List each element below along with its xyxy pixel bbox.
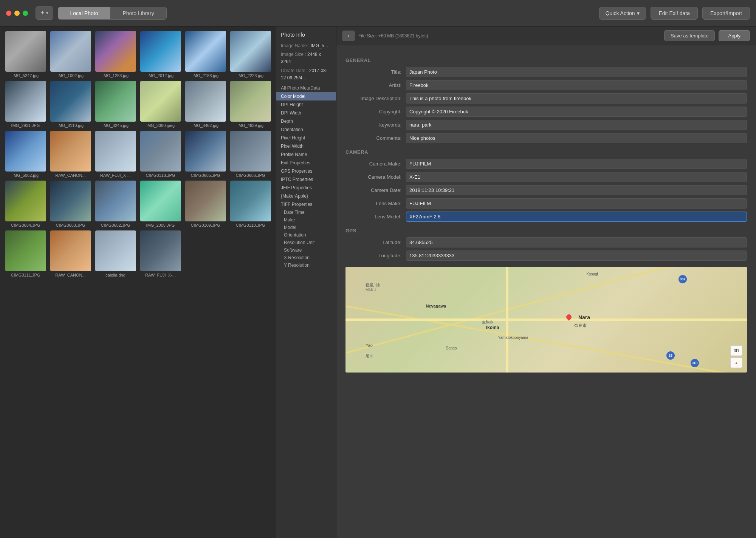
- minimize-button[interactable]: [14, 11, 20, 16]
- local-photo-tab[interactable]: Local Photo: [58, 7, 111, 19]
- photo-item-2[interactable]: IMG_1002.jpg: [50, 31, 91, 78]
- meta-item-dpi-height[interactable]: DPI Height: [276, 100, 336, 109]
- photo-item-6[interactable]: IMG_2223.jpg: [229, 31, 271, 78]
- meta-sub-item-date-time[interactable]: Date Time: [276, 209, 336, 216]
- meta-item-depth[interactable]: Depth: [276, 117, 336, 125]
- photo-thumb-15: [95, 131, 136, 172]
- meta-sub-item-model[interactable]: Model: [276, 224, 336, 231]
- meta-item-iptc-properties[interactable]: IPTC Properties: [276, 175, 336, 184]
- photo-thumb-22: [140, 181, 181, 221]
- photo-item-8[interactable]: IMG_3110.jpg: [50, 81, 91, 128]
- photo-item-13[interactable]: IMG_5062.jpg: [5, 131, 46, 178]
- photo-item-10[interactable]: IMG_3380.jpeg: [139, 81, 181, 128]
- comments-input[interactable]: [406, 133, 747, 143]
- photo-item-17[interactable]: CIMG0685.JPG: [184, 131, 226, 178]
- keywords-input[interactable]: [406, 120, 747, 130]
- photo-item-21[interactable]: CIMG0682.JPG: [94, 181, 136, 227]
- copyright-field-row: Copyright:: [345, 107, 747, 117]
- close-button[interactable]: [6, 11, 11, 16]
- photo-item-24[interactable]: CIMG0110.JPG: [229, 181, 271, 227]
- meta-sub-item-make[interactable]: Make: [276, 216, 336, 224]
- meta-item-dpi-width[interactable]: DPI Width: [276, 109, 336, 117]
- meta-item-color-model[interactable]: Color Model: [276, 92, 336, 100]
- photo-item-22[interactable]: IMG_2005.JPG: [139, 181, 181, 227]
- photo-item-12[interactable]: IMG_4639.jpg: [229, 81, 271, 128]
- photo-item-4[interactable]: IMG_2012.jpg: [139, 31, 181, 78]
- photo-item-18[interactable]: CIMG0686.JPG: [229, 131, 271, 178]
- meta-item-orientation[interactable]: Orientation: [276, 125, 336, 134]
- photo-item-1[interactable]: IMG_5247.jpg: [5, 31, 46, 78]
- photo-item-15[interactable]: RAW_FUJI_X-...: [94, 131, 136, 178]
- meta-item-exif-properties[interactable]: Exif Properties: [276, 159, 336, 167]
- copyright-input[interactable]: [406, 107, 747, 117]
- latitude-input[interactable]: [406, 237, 747, 247]
- lens-make-input[interactable]: [406, 198, 747, 209]
- lens-model-input[interactable]: [406, 212, 747, 222]
- meta-item-profile-name[interactable]: Profile Name: [276, 150, 336, 159]
- photo-item-11[interactable]: IMG_3462.jpg: [184, 81, 226, 128]
- photo-thumb-23: [185, 181, 226, 221]
- lens-model-field-row: Lens Model:: [345, 212, 747, 222]
- title-field-row: Title:: [345, 67, 747, 77]
- photo-library-tab[interactable]: Photo Library: [110, 7, 166, 19]
- plus-icon: +: [40, 9, 45, 17]
- photo-item-16[interactable]: CIMG0118.JPG: [139, 131, 181, 178]
- camera-make-label: Camera Make:: [345, 161, 406, 167]
- camera-make-input[interactable]: [406, 159, 747, 169]
- photo-item-25[interactable]: CIMG0111.JPG: [5, 230, 46, 277]
- photo-info-panel: Photo Info Image Name : IMG_5... Image S…: [276, 26, 336, 538]
- apply-button[interactable]: Apply: [719, 30, 750, 41]
- camera-date-input[interactable]: [406, 185, 747, 195]
- artist-input[interactable]: [406, 80, 747, 90]
- photo-item-9[interactable]: IMG_3245.jpg: [94, 81, 136, 128]
- photo-item-28[interactable]: RAW_FUJI_X-...: [139, 230, 181, 277]
- photo-item-7[interactable]: IMG_2931.JPG: [5, 81, 46, 128]
- fullscreen-button[interactable]: [23, 11, 28, 16]
- meta-sub-item-y-resolution[interactable]: Y Resolution: [276, 261, 336, 269]
- photo-thumb-26: [50, 230, 91, 271]
- photo-label-22: IMG_2005.JPG: [146, 223, 175, 227]
- meta-item-gps-properties[interactable]: GPS Properties: [276, 167, 336, 175]
- meta-item-maker-apple[interactable]: {MakerApple}: [276, 192, 336, 200]
- save-template-button[interactable]: Save as template: [664, 30, 715, 41]
- map-label-mi-ku: MI-KU: [366, 288, 376, 292]
- meta-item-jfif-properties[interactable]: JFIF Properties: [276, 184, 336, 192]
- export-import-button[interactable]: Export/Import: [702, 7, 750, 20]
- photo-thumb-3: [95, 31, 136, 72]
- edit-exif-button[interactable]: Edit Exif data: [651, 7, 698, 20]
- photo-item-19[interactable]: CIMG0684.JPG: [5, 181, 46, 227]
- view-tab-group: Local Photo Photo Library: [58, 7, 167, 20]
- camera-model-input[interactable]: [406, 172, 747, 182]
- meta-sub-item-orientation[interactable]: Orientation: [276, 231, 336, 239]
- title-input[interactable]: [406, 67, 747, 77]
- back-button[interactable]: ‹: [342, 31, 355, 41]
- lens-model-label: Lens Model:: [345, 214, 406, 220]
- meta-sub-item-resolution-unit[interactable]: Resolution Unit: [276, 239, 336, 246]
- add-button[interactable]: + ▾: [36, 6, 53, 20]
- photo-item-26[interactable]: RAW_CANON...: [50, 230, 91, 277]
- photo-item-20[interactable]: CIMG0683.JPG: [50, 181, 91, 227]
- quick-action-button[interactable]: Quick Action ▾: [599, 7, 646, 20]
- photo-item-27[interactable]: calella.dng: [94, 230, 136, 277]
- photo-item-3[interactable]: IMG_1283.jpg: [94, 31, 136, 78]
- map-controls: 3D ▲: [730, 345, 742, 368]
- meta-sub-item-x-resolution[interactable]: X Resolution: [276, 254, 336, 261]
- comments-field-row: Comments:: [345, 133, 747, 143]
- traffic-lights: [6, 11, 28, 16]
- map-3d-button[interactable]: 3D: [730, 345, 742, 356]
- photo-thumb-7: [5, 81, 46, 122]
- photo-item-14[interactable]: RAW_CANON...: [50, 131, 91, 178]
- photo-thumb-10: [140, 81, 181, 122]
- photo-item-5[interactable]: IMG_2188.jpg: [184, 31, 226, 78]
- meta-item-pixel-width[interactable]: Pixel Width: [276, 142, 336, 150]
- quick-action-label: Quick Action: [606, 10, 635, 16]
- meta-item-tiff-properties[interactable]: TIFF Properties: [276, 200, 336, 209]
- map-background: 寝屋川市 Neyagawa Ikoma 生駒市 Nara 奈良市 Kasagi …: [345, 267, 747, 373]
- longitude-input[interactable]: [406, 250, 747, 261]
- image-description-input[interactable]: [406, 93, 747, 104]
- meta-sub-item-software[interactable]: Software: [276, 246, 336, 254]
- photo-label-1: IMG_5247.jpg: [12, 73, 39, 78]
- photo-item-23[interactable]: CIMG0109.JPG: [184, 181, 226, 227]
- map-compass-button[interactable]: ▲: [730, 357, 742, 368]
- meta-item-pixel-height[interactable]: Pixel Height: [276, 134, 336, 142]
